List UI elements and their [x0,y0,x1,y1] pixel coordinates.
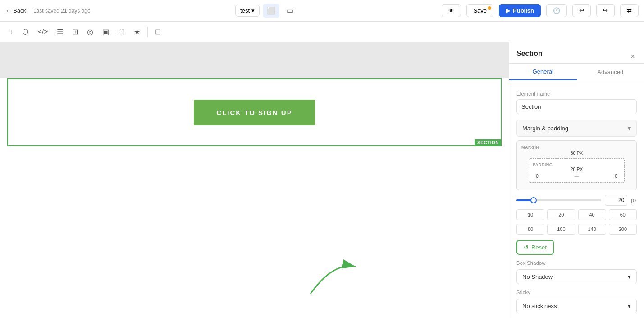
undo-button[interactable]: ↩ [572,4,591,17]
publish-play-icon: ▶ [506,7,510,14]
right-panel: Section × General Advanced Element name … [509,42,644,318]
panel-close-button[interactable]: × [628,50,637,63]
add-icon: + [9,28,13,36]
split-tool-button[interactable]: ⊟ [151,24,164,40]
reset-button[interactable]: ↺ Reset [516,240,554,255]
reset-icon: ↺ [524,244,529,251]
slider-track [516,199,601,201]
publish-label: Publish [513,7,534,14]
save-notification-dot [488,6,491,10]
padding-sides-row: 0 — 0 [533,174,621,179]
preset-200-button[interactable]: 200 [609,224,637,235]
preset-80-button[interactable]: 80 [516,224,544,235]
box-shadow-value: No Shadow [522,273,553,280]
top-bar: ← Back Last saved 21 days ago test ▾ ⬜ ▭… [0,0,644,22]
saved-text: Last saved 21 days ago [33,8,91,14]
icon-tool-icon: ★ [134,28,140,36]
redo-button[interactable]: ↪ [596,4,615,17]
tab-advanced-label: Advanced [597,69,623,75]
preset-row-1: 10 20 40 60 [516,209,637,220]
component-tool-button[interactable]: ◎ [83,24,97,40]
canvas-inner: CLICK TO SIGN UP SECTION [0,78,509,318]
history-icon: 🕐 [553,7,560,14]
box-shadow-chevron-icon: ▾ [628,273,631,280]
section-block[interactable]: CLICK TO SIGN UP SECTION [7,78,502,146]
slider-thumb[interactable] [530,197,537,203]
layers-tool-button[interactable]: ⬡ [18,24,32,40]
tab-advanced[interactable]: Advanced [577,64,644,80]
media-tool-button[interactable]: ⬚ [114,24,128,40]
component-icon: ◎ [87,28,93,36]
cta-button[interactable]: CLICK TO SIGN UP [194,100,315,125]
slider-unit: px [631,197,637,203]
toolbar-divider [147,27,148,37]
save-button[interactable]: Save [466,4,493,17]
preset-row-2: 80 100 140 200 [516,224,637,235]
panel-body: Element name Margin & padding ▾ MARGIN 8… [509,80,644,318]
test-dropdown[interactable]: test ▾ [235,5,260,17]
undo-icon: ↩ [579,7,584,14]
box-shadow-dropdown[interactable]: No Shadow ▾ [516,269,637,284]
reset-label: Reset [531,244,547,251]
toolbar: + ⬡ </> ☰ ⊞ ◎ ▣ ⬚ ★ ⊟ [0,22,644,42]
element-name-input[interactable] [516,99,637,114]
arrow-svg [306,258,360,298]
media-icon: ⬚ [118,28,125,36]
code-tool-button[interactable]: </> [34,24,51,40]
preset-60-button[interactable]: 60 [609,209,637,220]
code-icon: </> [37,28,48,36]
forms-tool-button[interactable]: ▣ [99,24,113,40]
padding-inner: PADDING 20 PX 0 — 0 [529,158,625,183]
tab-general-label: General [533,68,553,75]
panel-header: Section × [509,42,644,64]
history-button[interactable]: 🕐 [546,4,567,17]
box-shadow-label: Box Shadow [516,260,637,266]
publish-button[interactable]: ▶ Publish [499,4,541,17]
padding-left-value: 0 [533,174,542,179]
tab-general[interactable]: General [509,64,577,80]
panel-tabs: General Advanced [509,64,644,80]
main-area: CLICK TO SIGN UP SECTION Section [0,42,644,318]
grid-tool-button[interactable]: ⊞ [69,24,82,40]
preset-140-button[interactable]: 140 [578,224,606,235]
dropdown-chevron-icon: ▾ [251,7,255,14]
preview-button[interactable]: 👁 [442,4,461,17]
canvas[interactable]: CLICK TO SIGN UP SECTION [0,42,509,318]
slider-row: px [516,195,637,206]
desktop-device-button[interactable]: ⬜ [263,4,279,18]
padding-value: 20 PX [533,167,621,172]
panel-title: Section [516,50,543,63]
margin-label: MARGIN [521,145,632,150]
padding-label: PADDING [533,162,621,167]
preset-40-button[interactable]: 40 [578,209,606,220]
close-icon: × [630,52,635,61]
sticky-value: No stickiness [522,303,557,309]
eye-icon: 👁 [448,7,454,14]
settings-button[interactable]: ⇄ [620,4,639,17]
slider-value-input[interactable] [605,195,627,206]
back-button[interactable]: ← Back [5,7,26,14]
sticky-dropdown[interactable]: No stickiness ▾ [516,299,637,313]
tablet-icon: ▭ [287,7,293,14]
nav-tool-button[interactable]: ☰ [53,24,67,40]
add-tool-button[interactable]: + [5,24,17,40]
element-name-label: Element name [516,91,637,97]
margin-padding-section[interactable]: Margin & padding ▾ [516,120,637,137]
padding-right-value: 0 [612,174,621,179]
preset-10-button[interactable]: 10 [516,209,544,220]
preset-100-button[interactable]: 100 [547,224,575,235]
margin-padding-diagram: MARGIN 80 PX PADDING 20 PX 0 — 0 [516,140,637,190]
preset-20-button[interactable]: 20 [547,209,575,220]
sticky-label: Sticky [516,290,637,295]
settings-icon: ⇄ [627,7,632,14]
tablet-device-button[interactable]: ▭ [283,4,297,18]
layers-icon: ⬡ [22,28,28,36]
split-icon: ⊟ [155,28,161,36]
section-label: SECTION [475,139,502,146]
test-label: test [240,7,250,14]
forms-icon: ▣ [102,28,109,36]
icon-tool-button[interactable]: ★ [130,24,144,40]
margin-value: 80 PX [521,151,632,156]
nav-icon: ☰ [57,28,63,36]
center-controls: test ▾ ⬜ ▭ [235,4,297,18]
